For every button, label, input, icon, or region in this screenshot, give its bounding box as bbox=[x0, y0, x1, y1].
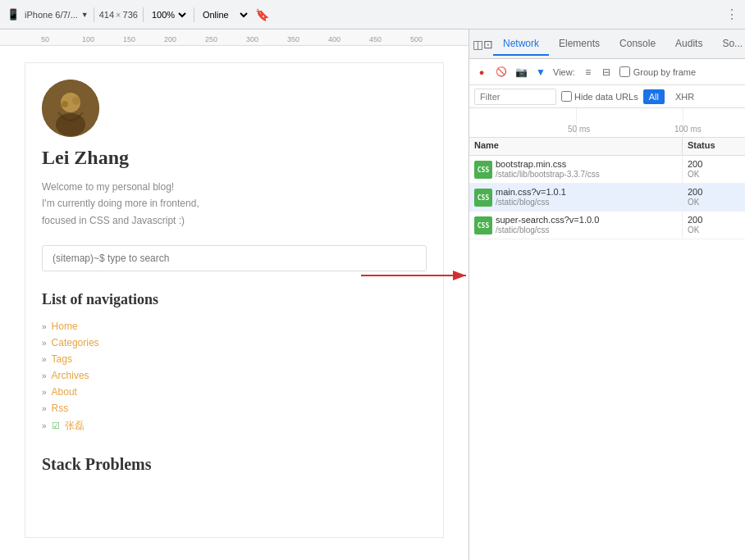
timeline-labels: 50 ms 100 ms bbox=[469, 108, 745, 137]
devtools-tabs: ◫ ⊡ Network Elements Console Audits So..… bbox=[469, 30, 745, 59]
section-title-stack: Stack Problems bbox=[42, 455, 427, 474]
ruler-tick-500: 500 bbox=[410, 35, 423, 43]
view-label: View: bbox=[553, 67, 575, 77]
row-status-cell: 200 OK bbox=[683, 156, 745, 183]
nav-bullet: » bbox=[42, 404, 47, 413]
tab-console[interactable]: Console bbox=[610, 33, 665, 56]
nav-link-home[interactable]: Home bbox=[52, 321, 78, 332]
filter-xhr-button[interactable]: XHR bbox=[670, 89, 700, 104]
list-item: » Archives bbox=[42, 367, 427, 384]
nav-bullet: » bbox=[42, 355, 47, 364]
nav-link-rss[interactable]: Rss bbox=[52, 403, 69, 414]
dimension-display: 414 × 736 bbox=[99, 10, 138, 20]
tab-elements[interactable]: Elements bbox=[549, 33, 610, 56]
row-name-cell: CSS main.css?v=1.0.1 /static/blog/css bbox=[469, 184, 683, 211]
blog-desc-line3: focused in CSS and Javascript :) bbox=[42, 212, 427, 229]
file-name: super-search.css?v=1.0.0 bbox=[496, 215, 599, 225]
toolbar-divider-3 bbox=[194, 7, 194, 22]
ruler-tick-300: 300 bbox=[246, 35, 258, 43]
devtools-panel: ◫ ⊡ Network Elements Console Audits So..… bbox=[469, 30, 745, 560]
dimension-x: × bbox=[116, 10, 121, 20]
hide-data-urls-container: Hide data URLs bbox=[561, 91, 638, 102]
viewport-height: 736 bbox=[123, 10, 138, 20]
page-content: Lei Zhang Welcome to my personal blog! I… bbox=[0, 46, 468, 560]
ruler-tick-200: 200 bbox=[164, 35, 176, 43]
row-name-cell: CSS bootstrap.min.css /static/lib/bootst… bbox=[469, 156, 683, 183]
list-item: » Home bbox=[42, 318, 427, 335]
browser-viewport: 50 100 150 200 250 300 350 400 450 500 bbox=[0, 30, 469, 560]
col-header-name: Name bbox=[469, 138, 683, 155]
record-button[interactable]: ● bbox=[474, 65, 489, 80]
group-by-frame-checkbox-container: Group by frame bbox=[619, 66, 696, 77]
viewport-width: 414 bbox=[99, 10, 114, 20]
devtools-tab-inspect[interactable]: ◫ bbox=[473, 34, 483, 54]
blog-desc-line2: I'm currently doing more in frontend, bbox=[42, 195, 427, 212]
nav-link-archives[interactable]: Archives bbox=[52, 370, 89, 381]
filter-funnel-button[interactable]: ▼ bbox=[533, 65, 548, 80]
list-item: » Rss bbox=[42, 400, 427, 417]
list-item: » About bbox=[42, 384, 427, 400]
blog-desc-line1: Welcome to my personal blog! bbox=[42, 179, 427, 195]
nav-link-about[interactable]: About bbox=[52, 386, 77, 398]
svg-point-5 bbox=[62, 101, 68, 107]
stop-button[interactable]: 🚫 bbox=[494, 65, 509, 80]
nav-link-categories[interactable]: Categories bbox=[52, 337, 99, 348]
ruler-tick-150: 150 bbox=[123, 35, 135, 43]
status-text: OK bbox=[688, 198, 740, 207]
device-dropdown-icon: ▼ bbox=[81, 11, 89, 19]
status-code: 200 bbox=[688, 159, 740, 169]
view-waterfall-button[interactable]: ⊟ bbox=[598, 64, 615, 80]
check-icon: ☑ bbox=[52, 421, 60, 431]
nav-bullet: » bbox=[42, 322, 47, 331]
devtools-tab-device[interactable]: ⊡ bbox=[483, 34, 493, 54]
devtools-toolbar: ● 🚫 📷 ▼ View: ≡ ⊟ Group by frame bbox=[469, 59, 745, 85]
file-info: bootstrap.min.css /static/lib/bootstrap-… bbox=[496, 159, 600, 179]
row-status-cell: 200 OK bbox=[683, 184, 745, 211]
timeline-bar: 50 ms 100 ms bbox=[469, 108, 745, 138]
filter-all-button[interactable]: All bbox=[643, 89, 665, 104]
hide-data-urls-label: Hide data URLs bbox=[574, 92, 638, 102]
filter-row: Hide data URLs All XHR bbox=[469, 85, 745, 108]
device-selector[interactable]: iPhone 6/7/... ▼ bbox=[25, 10, 89, 20]
status-code: 200 bbox=[688, 215, 740, 225]
nav-title: List of navigations bbox=[42, 291, 427, 308]
screenshot-button[interactable]: 📷 bbox=[514, 65, 528, 80]
nav-link-zhanglei[interactable]: 张磊 bbox=[65, 419, 85, 433]
table-header: Name Status bbox=[469, 138, 745, 156]
filter-input[interactable] bbox=[474, 89, 556, 105]
nav-bullet: » bbox=[42, 388, 47, 397]
tab-sources[interactable]: So... bbox=[712, 33, 745, 56]
list-item: » Tags bbox=[42, 351, 427, 367]
search-input[interactable] bbox=[42, 245, 427, 271]
timeline-tick-50ms: 50 ms bbox=[568, 125, 590, 134]
table-row[interactable]: CSS super-search.css?v=1.0.0 /static/blo… bbox=[469, 212, 745, 239]
blog-description: Welcome to my personal blog! I'm current… bbox=[42, 179, 427, 229]
table-row[interactable]: CSS bootstrap.min.css /static/lib/bootst… bbox=[469, 156, 745, 184]
status-code: 200 bbox=[688, 187, 740, 197]
status-text: OK bbox=[688, 170, 740, 179]
nav-link-tags[interactable]: Tags bbox=[52, 353, 72, 365]
status-text: OK bbox=[688, 225, 740, 234]
tab-network[interactable]: Network bbox=[493, 33, 549, 56]
tab-audits[interactable]: Audits bbox=[665, 33, 712, 56]
group-by-frame-checkbox[interactable] bbox=[619, 66, 630, 77]
css-file-icon: CSS bbox=[474, 161, 492, 179]
file-info: super-search.css?v=1.0.0 /static/blog/cs… bbox=[496, 215, 599, 234]
svg-point-4 bbox=[56, 113, 85, 136]
toolbar-divider-2 bbox=[143, 7, 144, 22]
svg-point-6 bbox=[72, 97, 80, 105]
row-name-cell: CSS super-search.css?v=1.0.0 /static/blo… bbox=[469, 212, 683, 239]
file-path: /static/blog/css bbox=[496, 225, 599, 234]
more-options-icon[interactable]: ⋮ bbox=[725, 7, 738, 22]
network-throttle-select[interactable]: Online Fast 3G Slow 3G bbox=[199, 9, 250, 20]
bookmark-icon[interactable]: 🔖 bbox=[255, 8, 269, 21]
file-path: /static/blog/css bbox=[496, 198, 566, 207]
viewport-wrapper: Lei Zhang Welcome to my personal blog! I… bbox=[0, 46, 468, 560]
hide-data-urls-checkbox[interactable] bbox=[561, 91, 572, 102]
page-inner: Lei Zhang Welcome to my personal blog! I… bbox=[25, 62, 444, 538]
nav-bullet: » bbox=[42, 421, 47, 430]
zoom-select[interactable]: 100% 75% 50% bbox=[149, 9, 189, 20]
table-row[interactable]: CSS main.css?v=1.0.1 /static/blog/css 20… bbox=[469, 184, 745, 212]
avatar bbox=[42, 80, 99, 137]
view-list-button[interactable]: ≡ bbox=[580, 64, 596, 80]
